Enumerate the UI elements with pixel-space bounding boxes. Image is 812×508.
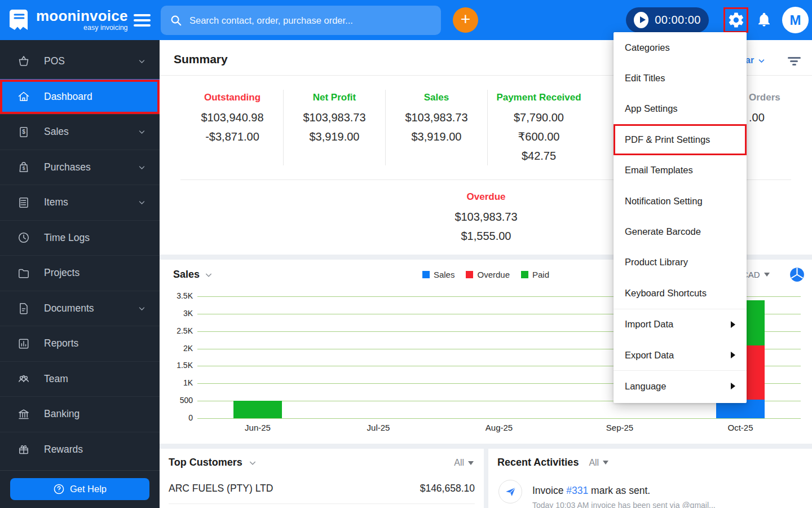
- legend-label: Overdue: [477, 270, 510, 279]
- notifications-bell-icon[interactable]: [756, 11, 772, 28]
- menu-item-label: Keyboard Shortcuts: [625, 288, 707, 299]
- stat-value: ₹600.00: [488, 127, 590, 146]
- sidebar-item-reports[interactable]: Reports: [0, 326, 160, 361]
- home-icon: [17, 90, 30, 103]
- sidebar-item-time-logs[interactable]: Time Logs: [0, 220, 160, 256]
- bar-segment-paid[interactable]: [233, 401, 282, 418]
- filter-icon[interactable]: [787, 57, 801, 66]
- stat-overdue: Overdue $103,983.73$1,555.00: [418, 191, 554, 246]
- sidebar-item-items[interactable]: Items: [0, 185, 160, 220]
- menu-item-notification-setting[interactable]: Notification Setting: [614, 186, 747, 216]
- sidebar-item-purchases[interactable]: $Purchases: [0, 150, 160, 185]
- y-axis-tick: 3K: [162, 309, 193, 318]
- menu-item-product-library[interactable]: Product Library: [614, 247, 747, 278]
- sidebar-item-sales[interactable]: $Sales: [0, 114, 160, 150]
- search-input[interactable]: Search contact, order, purchase order...: [161, 6, 441, 35]
- sidebar-item-label: Banking: [44, 408, 80, 420]
- x-axis-label: Sep-25: [606, 423, 633, 432]
- stat-label: Net Profit: [284, 92, 385, 103]
- top-customers-title: Top Customers: [169, 457, 242, 468]
- menu-item-export-data[interactable]: Export Data: [614, 340, 747, 370]
- legend-item-overdue: Overdue: [466, 270, 510, 279]
- gear-icon: [727, 11, 745, 29]
- stat-value: $103,983.73: [418, 207, 554, 226]
- sidebar-item-rewards[interactable]: Rewards: [0, 432, 160, 467]
- paper-plane-icon: [505, 486, 517, 498]
- y-axis-tick: 2.5K: [162, 326, 193, 335]
- quick-add-button[interactable]: +: [453, 7, 478, 33]
- customer-row[interactable]: ARC FUELS (PTY) LTD $146,658.10: [169, 483, 475, 494]
- y-axis-tick: 2K: [162, 344, 193, 353]
- filter-all-label: All: [454, 458, 464, 468]
- sidebar-item-pos[interactable]: POS: [0, 43, 160, 79]
- bar-jul-25: [354, 296, 403, 418]
- moon-invoice-dashboard: mooninvoice easy invoicing Search contac…: [0, 0, 812, 508]
- stat-orders: Orders .00: [749, 92, 780, 127]
- play-icon[interactable]: [634, 12, 648, 28]
- mooninvoice-logo-icon: [7, 7, 32, 32]
- menu-item-language[interactable]: Language: [614, 371, 747, 401]
- sidebar-item-banking[interactable]: Banking: [0, 396, 160, 432]
- stat-label: Sales: [386, 92, 487, 103]
- menu-item-edit-titles[interactable]: Edit Titles: [614, 63, 747, 93]
- pie-chart-toggle-icon[interactable]: [789, 267, 805, 282]
- app-logo[interactable]: mooninvoice easy invoicing: [7, 7, 128, 32]
- sidebar-item-team[interactable]: Team: [0, 361, 160, 397]
- svg-text:$: $: [22, 129, 25, 135]
- menu-item-generate-barcode[interactable]: Generate Barcode: [614, 216, 747, 247]
- recent-activities-filter[interactable]: All: [589, 458, 608, 468]
- menu-item-label: Language: [625, 381, 666, 392]
- chevron-down-icon: [138, 163, 146, 172]
- search-placeholder: Search contact, order, purchase order...: [189, 15, 353, 26]
- activity-text[interactable]: Invoice #331 mark as sent.: [532, 485, 650, 497]
- menu-item-keyboard-shortcuts[interactable]: Keyboard Shortcuts: [614, 278, 747, 308]
- stat-net-profit: Net Profit$103,983.73$3,919.00: [284, 90, 386, 165]
- triangle-down-icon: [603, 461, 608, 465]
- menu-item-label: Product Library: [625, 257, 688, 268]
- stat-value: $42.75: [488, 146, 590, 165]
- sidebar-item-projects[interactable]: Projects: [0, 255, 160, 291]
- row-divider: [169, 503, 475, 504]
- gift-icon: [17, 443, 30, 456]
- stat-value: $103,983.73: [386, 108, 487, 127]
- submenu-arrow-icon: [731, 352, 735, 358]
- sidebar-item-label: POS: [44, 55, 65, 67]
- settings-button[interactable]: [723, 7, 748, 33]
- period-selector[interactable]: ar: [745, 55, 766, 65]
- sidebar-item-label: Team: [44, 373, 68, 385]
- sidebar-divider: [0, 470, 160, 471]
- sidebar-item-dashboard[interactable]: Dashboard: [0, 79, 160, 115]
- chevron-down-icon[interactable]: [248, 458, 257, 467]
- menu-item-label: Import Data: [625, 319, 673, 330]
- triangle-down-icon: [764, 273, 770, 277]
- legend-label: Paid: [532, 270, 549, 279]
- invoice-link[interactable]: #331: [566, 485, 588, 496]
- menu-item-email-templates[interactable]: Email Templates: [614, 155, 747, 186]
- chart-icon: [17, 337, 30, 351]
- search-icon: [170, 14, 182, 27]
- stat-value: $3,919.00: [284, 127, 385, 146]
- menu-item-pdf-print-settings[interactable]: PDF & Print Settings: [614, 124, 747, 155]
- menu-item-import-data[interactable]: Import Data: [614, 309, 747, 340]
- stat-overdue-label: Overdue: [418, 191, 554, 203]
- svg-text:$: $: [23, 165, 25, 171]
- user-avatar[interactable]: M: [782, 7, 809, 33]
- time-tracker-widget[interactable]: 00:00:00: [626, 7, 709, 33]
- sidebar-item-label: Rewards: [44, 444, 83, 456]
- stat-orders-value-partial: .00: [749, 108, 780, 127]
- menu-item-app-settings[interactable]: App Settings: [614, 94, 747, 124]
- get-help-button[interactable]: Get Help: [10, 478, 149, 500]
- legend-item-sales: Sales: [422, 270, 455, 279]
- top-customers-filter[interactable]: All: [454, 458, 474, 468]
- sidebar-item-documents[interactable]: Documents: [0, 291, 160, 326]
- settings-dropdown-menu: CategoriesEdit TitlesApp SettingsPDF & P…: [614, 32, 747, 403]
- bar-aug-25: [475, 296, 523, 418]
- clock-icon: [17, 231, 30, 244]
- menu-item-categories[interactable]: Categories: [614, 32, 747, 63]
- x-axis-label: Oct-25: [727, 423, 753, 432]
- sidebar-item-label: Sales: [44, 126, 69, 138]
- menu-item-label: Export Data: [625, 350, 674, 361]
- chevron-down-icon: [138, 128, 146, 136]
- stat-label: Payment Received: [488, 92, 590, 103]
- menu-hamburger-icon[interactable]: [134, 14, 151, 27]
